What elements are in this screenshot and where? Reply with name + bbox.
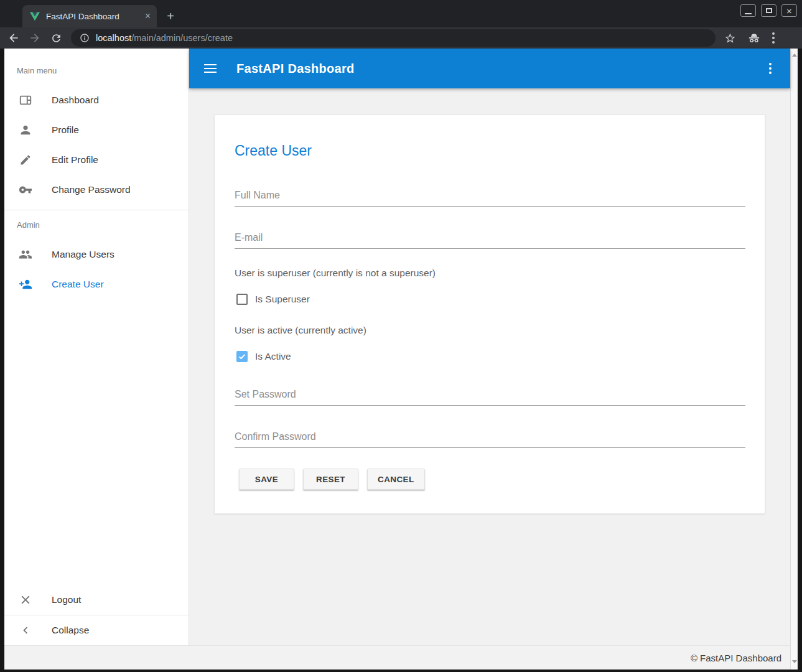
is-active-checkbox[interactable]	[236, 351, 248, 362]
vue-logo-icon	[30, 12, 40, 21]
chevron-left-icon	[18, 623, 33, 638]
scroll-up-icon[interactable]	[792, 54, 797, 57]
sidebar-item-label: Edit Profile	[52, 154, 98, 166]
is-superuser-label: Is Superuser	[255, 294, 310, 305]
back-icon[interactable]	[6, 30, 21, 45]
sidebar-item-dashboard[interactable]: Dashboard	[4, 85, 189, 115]
hamburger-menu-icon[interactable]	[204, 64, 217, 73]
confirm-password-input[interactable]	[235, 429, 745, 448]
is-superuser-checkbox[interactable]	[236, 294, 248, 305]
sidebar-item-label: Manage Users	[52, 249, 114, 260]
person-add-icon	[18, 277, 33, 292]
url-text: localhost/main/admin/users/create	[96, 33, 233, 43]
window-minimize-icon[interactable]	[740, 4, 756, 17]
sidebar-item-edit-profile[interactable]: Edit Profile	[4, 145, 189, 175]
reset-button[interactable]: RESET	[303, 469, 358, 490]
superuser-note: User is superuser (currently is not a su…	[235, 268, 436, 279]
sidebar-item-change-password[interactable]: Change Password	[4, 175, 189, 205]
is-active-label: Is Active	[255, 351, 291, 362]
save-button[interactable]: SAVE	[239, 469, 294, 490]
bookmark-star-icon[interactable]	[724, 32, 736, 44]
sidebar-section-admin: Admin	[17, 220, 189, 231]
browser-titlebar: FastAPI Dashboard × + ×	[0, 0, 802, 27]
sidebar-item-profile[interactable]: Profile	[4, 115, 189, 145]
sidebar-item-logout[interactable]: Logout	[4, 585, 189, 615]
app-bar: FastAPI Dashboard	[189, 49, 790, 88]
browser-window: FastAPI Dashboard × + × localhost/main/a…	[0, 0, 802, 672]
forward-icon[interactable]	[27, 30, 42, 45]
set-password-field-wrap	[235, 386, 745, 406]
confirm-password-field-wrap	[235, 429, 745, 448]
tab-close-icon[interactable]: ×	[145, 11, 151, 21]
browser-tab[interactable]: FastAPI Dashboard ×	[22, 5, 157, 27]
window-maximize-icon[interactable]	[761, 4, 776, 17]
set-password-input[interactable]	[235, 386, 745, 406]
window-close-icon[interactable]: ×	[781, 4, 797, 17]
sidebar-item-collapse[interactable]: Collapse	[4, 615, 189, 645]
is-active-checkbox-row[interactable]: Is Active	[236, 351, 291, 362]
incognito-icon	[747, 31, 761, 45]
sidebar: Main menu Dashboard Profile Edit Profile	[4, 49, 189, 645]
full-name-input[interactable]	[235, 187, 745, 207]
sidebar-section-main-menu: Main menu	[17, 66, 189, 77]
reload-icon[interactable]	[49, 30, 63, 45]
app-title: FastAPI Dashboard	[236, 62, 769, 76]
url-host: localhost	[96, 33, 131, 43]
person-icon	[18, 123, 33, 138]
page-scrollbar[interactable]	[790, 49, 798, 670]
sidebar-item-create-user[interactable]: Create User	[4, 269, 189, 299]
sidebar-item-label: Dashboard	[52, 95, 99, 106]
sidebar-item-label: Create User	[52, 279, 104, 290]
new-tab-icon[interactable]: +	[163, 9, 178, 24]
sidebar-item-label: Profile	[52, 124, 79, 136]
close-icon	[18, 592, 33, 607]
cancel-button[interactable]: CANCEL	[367, 469, 425, 490]
key-icon	[18, 182, 33, 197]
tab-title: FastAPI Dashboard	[46, 12, 145, 21]
main-content: Create User User is superuser (currently…	[189, 88, 790, 645]
email-field-wrap	[235, 230, 745, 249]
page-title: Create User	[235, 142, 312, 159]
page-info-icon[interactable]	[80, 33, 90, 43]
sidebar-item-manage-users[interactable]: Manage Users	[4, 240, 189, 269]
active-note: User is active (currently active)	[235, 325, 366, 336]
address-bar[interactable]: localhost/main/admin/users/create	[71, 29, 716, 47]
group-icon	[18, 247, 33, 262]
sidebar-divider	[4, 210, 189, 210]
page-body: Main menu Dashboard Profile Edit Profile	[4, 49, 798, 670]
sidebar-item-label: Logout	[52, 594, 81, 605]
browser-menu-icon[interactable]	[772, 32, 775, 44]
sidebar-item-label: Collapse	[52, 625, 89, 636]
pencil-icon	[18, 152, 33, 167]
create-user-card: Create User User is superuser (currently…	[214, 114, 765, 514]
full-name-field-wrap	[235, 187, 745, 207]
url-path: /main/admin/users/create	[131, 33, 233, 43]
app-menu-icon[interactable]	[769, 63, 772, 74]
browser-toolbar: localhost/main/admin/users/create	[0, 27, 802, 49]
email-input[interactable]	[235, 230, 745, 249]
dashboard-icon	[18, 93, 33, 108]
page-footer: © FastAPI Dashboard	[4, 645, 790, 670]
copyright-text: © FastAPI Dashboard	[691, 653, 781, 663]
sidebar-item-label: Change Password	[52, 184, 131, 195]
is-superuser-checkbox-row[interactable]: Is Superuser	[236, 294, 310, 305]
scroll-down-icon[interactable]	[792, 660, 797, 663]
